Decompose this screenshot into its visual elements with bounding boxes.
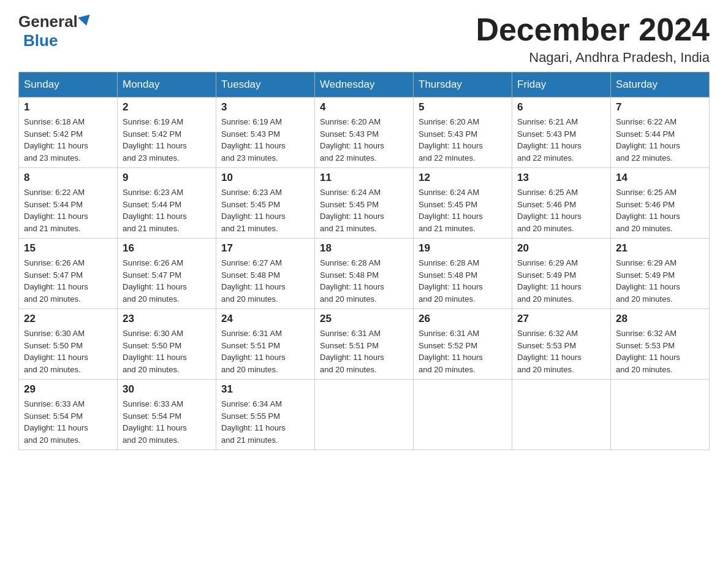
cell-week2-day6: 14 Sunrise: 6:25 AMSunset: 5:46 PMDaylig… bbox=[611, 168, 710, 239]
day-info: Sunrise: 6:32 AMSunset: 5:53 PMDaylight:… bbox=[517, 329, 582, 374]
cell-week2-day0: 8 Sunrise: 6:22 AMSunset: 5:44 PMDayligh… bbox=[19, 168, 118, 239]
day-info: Sunrise: 6:33 AMSunset: 5:54 PMDaylight:… bbox=[123, 399, 187, 445]
day-number: 24 bbox=[221, 313, 309, 325]
title-section: December 2024 Nagari, Andhra Pradesh, In… bbox=[476, 12, 710, 66]
day-info: Sunrise: 6:30 AMSunset: 5:50 PMDaylight:… bbox=[24, 329, 88, 374]
day-info: Sunrise: 6:29 AMSunset: 5:49 PMDaylight:… bbox=[517, 258, 582, 304]
logo-triangle-icon bbox=[78, 14, 92, 27]
cell-week3-day4: 19 Sunrise: 6:28 AMSunset: 5:48 PMDaylig… bbox=[414, 239, 512, 309]
day-number: 25 bbox=[320, 313, 408, 325]
cell-week4-day6: 28 Sunrise: 6:32 AMSunset: 5:53 PMDaylig… bbox=[611, 309, 710, 380]
calendar-table: Sunday Monday Tuesday Wednesday Thursday… bbox=[18, 72, 710, 450]
day-number: 6 bbox=[517, 101, 605, 113]
cell-week5-day5 bbox=[512, 380, 611, 450]
day-info: Sunrise: 6:26 AMSunset: 5:47 PMDaylight:… bbox=[24, 258, 88, 304]
day-number: 9 bbox=[123, 172, 211, 184]
day-number: 16 bbox=[123, 242, 211, 255]
weekday-header-row: Sunday Monday Tuesday Wednesday Thursday… bbox=[19, 72, 710, 98]
cell-week2-day5: 13 Sunrise: 6:25 AMSunset: 5:46 PMDaylig… bbox=[512, 168, 611, 239]
cell-week3-day0: 15 Sunrise: 6:26 AMSunset: 5:47 PMDaylig… bbox=[19, 239, 118, 309]
day-info: Sunrise: 6:25 AMSunset: 5:46 PMDaylight:… bbox=[616, 188, 680, 233]
week-row-2: 8 Sunrise: 6:22 AMSunset: 5:44 PMDayligh… bbox=[19, 168, 710, 239]
day-info: Sunrise: 6:20 AMSunset: 5:43 PMDaylight:… bbox=[419, 117, 483, 163]
cell-week3-day6: 21 Sunrise: 6:29 AMSunset: 5:49 PMDaylig… bbox=[611, 239, 710, 309]
cell-week2-day2: 10 Sunrise: 6:23 AMSunset: 5:45 PMDaylig… bbox=[216, 168, 315, 239]
cell-week2-day4: 12 Sunrise: 6:24 AMSunset: 5:45 PMDaylig… bbox=[414, 168, 512, 239]
cell-week4-day5: 27 Sunrise: 6:32 AMSunset: 5:53 PMDaylig… bbox=[512, 309, 611, 380]
header-sunday: Sunday bbox=[19, 72, 118, 98]
day-number: 20 bbox=[517, 242, 605, 255]
cell-week4-day0: 22 Sunrise: 6:30 AMSunset: 5:50 PMDaylig… bbox=[19, 309, 118, 380]
day-info: Sunrise: 6:22 AMSunset: 5:44 PMDaylight:… bbox=[616, 117, 680, 163]
cell-week2-day3: 11 Sunrise: 6:24 AMSunset: 5:45 PMDaylig… bbox=[315, 168, 414, 239]
day-info: Sunrise: 6:23 AMSunset: 5:45 PMDaylight:… bbox=[221, 188, 286, 233]
header-wednesday: Wednesday bbox=[315, 72, 414, 98]
day-number: 10 bbox=[221, 172, 309, 184]
cell-week5-day4 bbox=[414, 380, 512, 450]
day-info: Sunrise: 6:20 AMSunset: 5:43 PMDaylight:… bbox=[320, 117, 384, 163]
day-info: Sunrise: 6:18 AMSunset: 5:42 PMDaylight:… bbox=[24, 117, 88, 163]
cell-week1-day6: 7 Sunrise: 6:22 AMSunset: 5:44 PMDayligh… bbox=[611, 98, 710, 168]
day-number: 11 bbox=[320, 172, 408, 184]
logo-general-text: General bbox=[18, 12, 78, 31]
cell-week5-day6 bbox=[611, 380, 710, 450]
day-number: 28 bbox=[616, 313, 704, 325]
day-number: 12 bbox=[419, 172, 507, 184]
day-number: 23 bbox=[123, 313, 211, 325]
day-number: 2 bbox=[123, 101, 211, 113]
cell-week5-day3 bbox=[315, 380, 414, 450]
cell-week3-day2: 17 Sunrise: 6:27 AMSunset: 5:48 PMDaylig… bbox=[216, 239, 315, 309]
day-info: Sunrise: 6:33 AMSunset: 5:54 PMDaylight:… bbox=[24, 399, 88, 445]
header-monday: Monday bbox=[118, 72, 216, 98]
day-number: 30 bbox=[123, 383, 211, 396]
cell-week3-day1: 16 Sunrise: 6:26 AMSunset: 5:47 PMDaylig… bbox=[118, 239, 216, 309]
week-row-5: 29 Sunrise: 6:33 AMSunset: 5:54 PMDaylig… bbox=[19, 380, 710, 450]
cell-week1-day1: 2 Sunrise: 6:19 AMSunset: 5:42 PMDayligh… bbox=[118, 98, 216, 168]
day-number: 19 bbox=[419, 242, 507, 255]
day-number: 13 bbox=[517, 172, 605, 184]
cell-week3-day5: 20 Sunrise: 6:29 AMSunset: 5:49 PMDaylig… bbox=[512, 239, 611, 309]
cell-week4-day2: 24 Sunrise: 6:31 AMSunset: 5:51 PMDaylig… bbox=[216, 309, 315, 380]
day-info: Sunrise: 6:31 AMSunset: 5:51 PMDaylight:… bbox=[221, 329, 286, 374]
day-number: 14 bbox=[616, 172, 704, 184]
day-info: Sunrise: 6:31 AMSunset: 5:51 PMDaylight:… bbox=[320, 329, 384, 374]
day-number: 31 bbox=[221, 383, 309, 396]
day-info: Sunrise: 6:30 AMSunset: 5:50 PMDaylight:… bbox=[123, 329, 187, 374]
day-number: 27 bbox=[517, 313, 605, 325]
day-number: 3 bbox=[221, 101, 309, 113]
day-number: 26 bbox=[419, 313, 507, 325]
cell-week5-day2: 31 Sunrise: 6:34 AMSunset: 5:55 PMDaylig… bbox=[216, 380, 315, 450]
header-friday: Friday bbox=[512, 72, 611, 98]
header-saturday: Saturday bbox=[611, 72, 710, 98]
day-number: 17 bbox=[221, 242, 309, 255]
day-info: Sunrise: 6:34 AMSunset: 5:55 PMDaylight:… bbox=[221, 399, 286, 445]
header-tuesday: Tuesday bbox=[216, 72, 315, 98]
day-number: 29 bbox=[24, 383, 112, 396]
cell-week1-day5: 6 Sunrise: 6:21 AMSunset: 5:43 PMDayligh… bbox=[512, 98, 611, 168]
cell-week5-day1: 30 Sunrise: 6:33 AMSunset: 5:54 PMDaylig… bbox=[118, 380, 216, 450]
month-title: December 2024 bbox=[476, 12, 710, 47]
day-info: Sunrise: 6:28 AMSunset: 5:48 PMDaylight:… bbox=[419, 258, 483, 304]
day-info: Sunrise: 6:29 AMSunset: 5:49 PMDaylight:… bbox=[616, 258, 680, 304]
cell-week1-day2: 3 Sunrise: 6:19 AMSunset: 5:43 PMDayligh… bbox=[216, 98, 315, 168]
day-number: 5 bbox=[419, 101, 507, 113]
day-number: 8 bbox=[24, 172, 112, 184]
cell-week2-day1: 9 Sunrise: 6:23 AMSunset: 5:44 PMDayligh… bbox=[118, 168, 216, 239]
cell-week1-day4: 5 Sunrise: 6:20 AMSunset: 5:43 PMDayligh… bbox=[414, 98, 512, 168]
day-info: Sunrise: 6:23 AMSunset: 5:44 PMDaylight:… bbox=[123, 188, 187, 233]
cell-week5-day0: 29 Sunrise: 6:33 AMSunset: 5:54 PMDaylig… bbox=[19, 380, 118, 450]
header-thursday: Thursday bbox=[414, 72, 512, 98]
day-number: 18 bbox=[320, 242, 408, 255]
day-number: 21 bbox=[616, 242, 704, 255]
week-row-1: 1 Sunrise: 6:18 AMSunset: 5:42 PMDayligh… bbox=[19, 98, 710, 168]
page-header: General Blue December 2024 Nagari, Andhr… bbox=[18, 12, 710, 66]
logo: General Blue bbox=[18, 12, 91, 50]
day-info: Sunrise: 6:32 AMSunset: 5:53 PMDaylight:… bbox=[616, 329, 680, 374]
cell-week1-day3: 4 Sunrise: 6:20 AMSunset: 5:43 PMDayligh… bbox=[315, 98, 414, 168]
cell-week4-day1: 23 Sunrise: 6:30 AMSunset: 5:50 PMDaylig… bbox=[118, 309, 216, 380]
day-info: Sunrise: 6:25 AMSunset: 5:46 PMDaylight:… bbox=[517, 188, 582, 233]
day-info: Sunrise: 6:24 AMSunset: 5:45 PMDaylight:… bbox=[320, 188, 384, 233]
day-number: 7 bbox=[616, 101, 704, 113]
day-info: Sunrise: 6:27 AMSunset: 5:48 PMDaylight:… bbox=[221, 258, 286, 304]
day-info: Sunrise: 6:22 AMSunset: 5:44 PMDaylight:… bbox=[24, 188, 88, 233]
